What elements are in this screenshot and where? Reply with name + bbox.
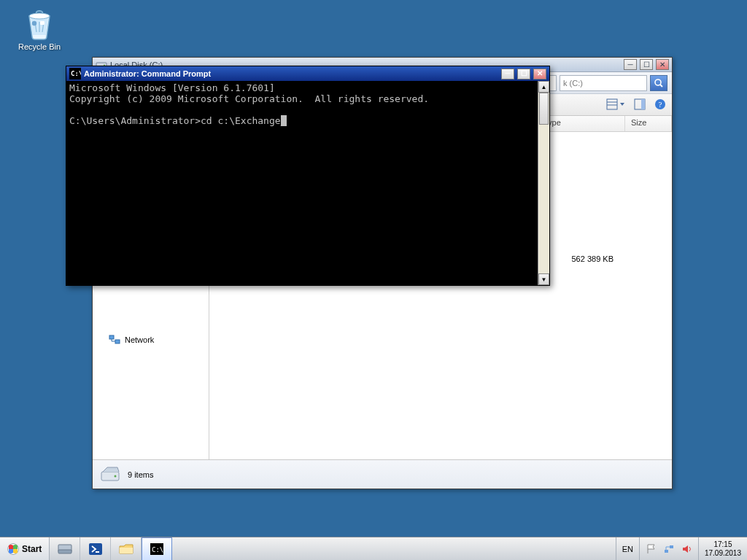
svg-text:?: ? [659, 100, 662, 109]
taskbar: Start C:\ EN 17:15 17.09.2013 [0, 537, 747, 560]
cmd-close-button[interactable]: ✕ [533, 69, 546, 79]
ql-cmd[interactable]: C:\ [142, 537, 172, 561]
search-button[interactable] [650, 75, 667, 91]
svg-text:C:\: C:\ [152, 546, 163, 553]
ql-powershell[interactable] [80, 537, 111, 561]
search-box[interactable]: k (C:) [560, 75, 647, 91]
sidebar-item-label: Network [125, 335, 154, 344]
clock-time: 17:15 [713, 540, 732, 549]
network-icon [109, 334, 120, 346]
cmd-icon: C:\ [69, 68, 81, 79]
col-size[interactable]: Size [625, 116, 672, 131]
cmd-window: C:\ Administrator: Command Prompt ─ ☐ ✕ … [66, 66, 550, 286]
clock-date: 17.09.2013 [705, 549, 741, 558]
desktop-icon-label: Recycle Bin [13, 42, 66, 51]
start-label: Start [22, 544, 42, 554]
toolbar-preview-button[interactable] [634, 98, 646, 112]
svg-rect-9 [607, 99, 617, 109]
col-type[interactable]: Type [538, 116, 625, 131]
cmd-output[interactable]: Microsoft Windows [Version 6.1.7601] Cop… [66, 81, 538, 285]
start-button[interactable]: Start [0, 537, 50, 560]
cmd-title: Administrator: Command Prompt [84, 69, 211, 78]
file-size-value: 562 389 KB [572, 254, 614, 263]
language-indicator[interactable]: EN [622, 545, 633, 553]
cmd-titlebar[interactable]: C:\ Administrator: Command Prompt ─ ☐ ✕ [66, 66, 549, 81]
toolbar-help-button[interactable]: ? [654, 98, 666, 112]
ql-explorer[interactable] [111, 537, 142, 561]
taskbar-clock[interactable]: 17:15 17.09.2013 [698, 537, 747, 560]
svg-point-0 [29, 13, 50, 19]
svg-point-1 [32, 21, 36, 26]
explorer-maximize-button[interactable]: ☐ [640, 59, 653, 70]
svg-line-8 [660, 85, 662, 87]
drive-icon [100, 466, 120, 483]
svg-rect-17 [115, 340, 120, 343]
cmd-maximize-button[interactable]: ☐ [517, 69, 530, 79]
network-tray-icon[interactable] [663, 543, 675, 555]
svg-rect-24 [58, 550, 71, 553]
tray-icons [639, 537, 698, 560]
cmd-minimize-button[interactable]: ─ [501, 69, 514, 79]
cmd-cursor: _ [281, 115, 287, 126]
ql-server-manager[interactable] [50, 537, 80, 561]
scroll-up-button[interactable]: ▲ [538, 81, 549, 93]
sound-tray-icon[interactable] [681, 543, 692, 555]
explorer-close-button[interactable]: ✕ [656, 59, 669, 70]
cmd-scrollbar[interactable]: ▲ ▼ [538, 81, 549, 285]
taskbar-quicklaunch: C:\ [50, 537, 172, 560]
status-text: 9 items [128, 470, 153, 479]
svg-rect-30 [670, 545, 673, 548]
scroll-down-button[interactable]: ▼ [538, 273, 549, 285]
explorer-minimize-button[interactable]: ─ [624, 59, 637, 70]
svg-rect-16 [109, 335, 114, 339]
scroll-thumb[interactable] [539, 93, 549, 125]
explorer-statusbar: 9 items [93, 459, 672, 489]
recycle-bin-icon [22, 6, 57, 41]
svg-rect-13 [641, 99, 645, 109]
svg-rect-26 [120, 548, 133, 553]
sidebar-item-network[interactable]: Network [93, 332, 209, 348]
desktop-icon-recycle-bin[interactable]: Recycle Bin [13, 6, 66, 51]
svg-rect-2 [40, 21, 44, 25]
svg-point-19 [115, 475, 117, 477]
svg-rect-29 [665, 550, 668, 553]
svg-point-7 [655, 79, 661, 85]
windows-logo-icon [7, 543, 19, 555]
toolbar-views-button[interactable] [606, 98, 625, 112]
search-placeholder: k (C:) [563, 79, 583, 88]
svg-text:C:\: C:\ [71, 70, 81, 77]
flag-icon[interactable] [646, 543, 657, 555]
system-tray: EN [616, 537, 639, 560]
